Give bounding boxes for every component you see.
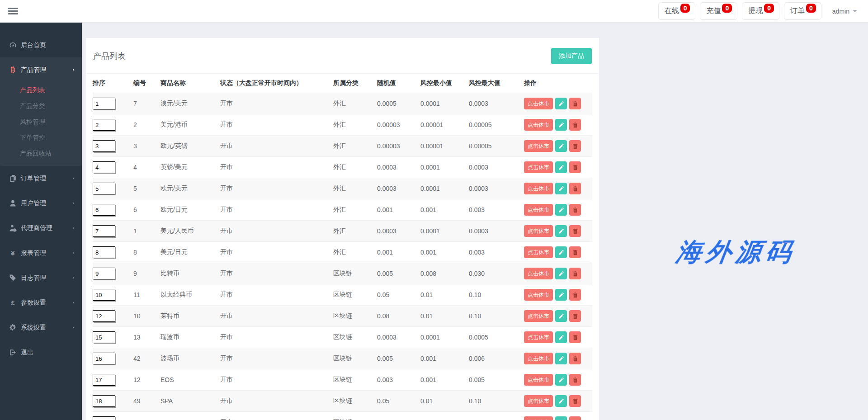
sidebar-item-label: 日志管理 bbox=[21, 274, 46, 282]
delete-button[interactable] bbox=[569, 268, 581, 279]
sort-input[interactable] bbox=[93, 246, 115, 258]
edit-button[interactable] bbox=[555, 225, 567, 237]
sidebar-item-label: 产品管理 bbox=[21, 66, 46, 74]
edit-button[interactable] bbox=[555, 289, 567, 301]
edit-button[interactable] bbox=[555, 395, 567, 407]
category-cell: 外汇 bbox=[333, 221, 377, 242]
sort-input[interactable] bbox=[93, 140, 115, 152]
delete-button[interactable] bbox=[569, 183, 581, 194]
sidebar-subitem-order-control[interactable]: 下单管控 bbox=[0, 130, 82, 146]
edit-button[interactable] bbox=[555, 119, 567, 131]
sort-input[interactable] bbox=[93, 416, 115, 420]
hamburger-menu-icon[interactable] bbox=[8, 6, 18, 16]
edit-button[interactable] bbox=[555, 183, 567, 194]
close-market-button[interactable]: 点击休市 bbox=[524, 225, 553, 237]
close-market-button[interactable]: 点击休市 bbox=[524, 374, 553, 386]
close-market-button[interactable]: 点击休市 bbox=[524, 140, 553, 152]
delete-button[interactable] bbox=[569, 310, 581, 322]
edit-button[interactable] bbox=[555, 331, 567, 343]
cell-value: EOS bbox=[160, 376, 174, 383]
sidebar-item-user-manage[interactable]: 用户管理 bbox=[0, 191, 82, 216]
delete-button[interactable] bbox=[569, 289, 581, 301]
delete-button[interactable] bbox=[569, 161, 581, 173]
admin-dropdown[interactable]: admin bbox=[830, 4, 860, 19]
edit-button[interactable] bbox=[555, 204, 567, 216]
stat-orders[interactable]: 订单0 bbox=[784, 2, 821, 20]
sidebar-item-report-manage[interactable]: ¥报表管理 bbox=[0, 241, 82, 265]
sidebar-item-dashboard[interactable]: 后台首页 bbox=[0, 33, 82, 57]
edit-button[interactable] bbox=[555, 246, 567, 258]
stat-recharge[interactable]: 充值0 bbox=[700, 2, 737, 20]
cell-value: 8 bbox=[133, 249, 137, 256]
sort-input[interactable] bbox=[93, 374, 115, 386]
delete-button[interactable] bbox=[569, 140, 581, 152]
delete-button[interactable] bbox=[569, 98, 581, 109]
risk_max-cell: 0.0003 bbox=[469, 221, 524, 242]
actions-cell-wrap: 点击休市 bbox=[524, 284, 592, 306]
delete-button[interactable] bbox=[569, 331, 581, 343]
sort-input[interactable] bbox=[93, 119, 115, 131]
close-market-button[interactable]: 点击休市 bbox=[524, 416, 553, 420]
sort-input[interactable] bbox=[93, 161, 115, 173]
delete-button[interactable] bbox=[569, 204, 581, 216]
cell-value: 0.00005 bbox=[469, 142, 492, 150]
delete-button[interactable] bbox=[569, 225, 581, 237]
edit-button[interactable] bbox=[555, 161, 567, 173]
close-market-button[interactable]: 点击休市 bbox=[524, 289, 553, 301]
close-market-button[interactable]: 点击休市 bbox=[524, 331, 553, 343]
sidebar-item-sys-settings[interactable]: 系统设置 bbox=[0, 315, 82, 340]
sidebar-item-agent-manage[interactable]: 代理商管理 bbox=[0, 216, 82, 241]
id-cell: 7 bbox=[133, 93, 160, 114]
edit-button[interactable] bbox=[555, 140, 567, 152]
sidebar-item-log-manage[interactable]: 日志管理 bbox=[0, 265, 82, 290]
sort-input[interactable] bbox=[93, 310, 115, 322]
close-market-button[interactable]: 点击休市 bbox=[524, 119, 553, 131]
sidebar-item-order-manage[interactable]: 订单管理 bbox=[0, 166, 82, 191]
delete-button[interactable] bbox=[569, 374, 581, 386]
copy-icon bbox=[9, 175, 17, 182]
close-market-button[interactable]: 点击休市 bbox=[524, 246, 553, 258]
edit-button[interactable] bbox=[555, 310, 567, 322]
close-market-button[interactable]: 点击休市 bbox=[524, 161, 553, 173]
sort-input[interactable] bbox=[93, 225, 115, 237]
sort-input[interactable] bbox=[93, 289, 115, 301]
edit-button[interactable] bbox=[555, 416, 567, 420]
add-product-button[interactable]: 添加产品 bbox=[551, 48, 592, 64]
close-market-button[interactable]: 点击休市 bbox=[524, 204, 553, 216]
chevron-right-icon bbox=[71, 68, 75, 72]
sort-input[interactable] bbox=[93, 268, 115, 279]
delete-button[interactable] bbox=[569, 395, 581, 407]
sidebar-item-param-settings[interactable]: £参数设置 bbox=[0, 290, 82, 315]
sort-input[interactable] bbox=[93, 395, 115, 407]
close-market-button[interactable]: 点击休市 bbox=[524, 353, 553, 364]
sidebar-item-logout[interactable]: 退出 bbox=[0, 340, 82, 365]
close-market-button[interactable]: 点击休市 bbox=[524, 310, 553, 322]
column-header: 状态（大盘正常开市时间内） bbox=[220, 74, 333, 93]
close-market-button[interactable]: 点击休市 bbox=[524, 183, 553, 194]
edit-button[interactable] bbox=[555, 353, 567, 364]
close-market-button[interactable]: 点击休市 bbox=[524, 268, 553, 279]
edit-button[interactable] bbox=[555, 268, 567, 279]
stat-withdraw[interactable]: 提现0 bbox=[742, 2, 779, 20]
delete-button[interactable] bbox=[569, 246, 581, 258]
risk_min-cell: 0.00001 bbox=[420, 136, 469, 157]
sort-input[interactable] bbox=[93, 331, 115, 343]
sidebar-subitem-product-recycle[interactable]: 产品回收站 bbox=[0, 146, 82, 161]
stat-online[interactable]: 在线0 bbox=[658, 2, 696, 20]
sort-input[interactable] bbox=[93, 204, 115, 216]
sidebar-subitem-product-category[interactable]: 产品分类 bbox=[0, 98, 82, 114]
delete-button[interactable] bbox=[569, 119, 581, 131]
sort-input[interactable] bbox=[93, 98, 115, 109]
sidebar-subitem-risk-manage[interactable]: 风控管理 bbox=[0, 114, 82, 130]
delete-button[interactable] bbox=[569, 416, 581, 420]
sidebar-subitem-product-list[interactable]: 产品列表 bbox=[0, 82, 82, 98]
cell-value: 0.00001 bbox=[420, 121, 443, 128]
edit-button[interactable] bbox=[555, 374, 567, 386]
close-market-button[interactable]: 点击休市 bbox=[524, 395, 553, 407]
sort-input[interactable] bbox=[93, 353, 115, 364]
sort-input[interactable] bbox=[93, 183, 115, 194]
delete-button[interactable] bbox=[569, 353, 581, 364]
edit-button[interactable] bbox=[555, 98, 567, 109]
close-market-button[interactable]: 点击休市 bbox=[524, 98, 553, 109]
sidebar-item-products[interactable]: 产品管理 bbox=[0, 57, 82, 82]
